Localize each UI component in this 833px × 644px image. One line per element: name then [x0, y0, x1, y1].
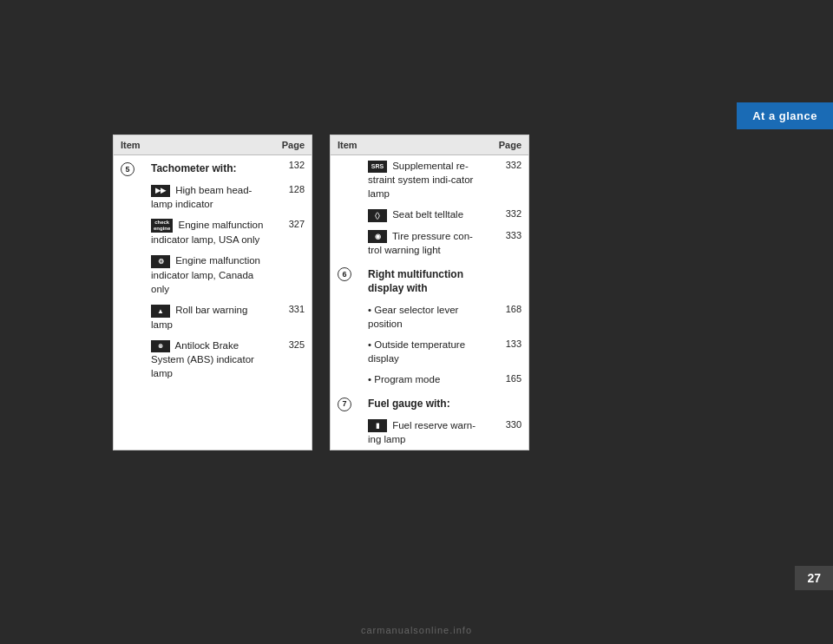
- page-ref: 332: [492, 155, 528, 205]
- section-tab: At a glance: [737, 102, 833, 129]
- section-label: Tachometer with:: [151, 162, 236, 174]
- bullet-item: Program mode: [361, 369, 492, 390]
- table-row: ⚙ Engine malfunction indicator lamp, Can…: [114, 250, 312, 299]
- page-ref: 332: [492, 204, 528, 226]
- bullet-item: Gear selector lever position: [361, 299, 492, 334]
- circle-number: 7: [338, 398, 351, 411]
- table-row: 〈〉 Seat belt telltale 332: [331, 204, 528, 226]
- page-number: 27: [795, 566, 833, 590]
- page-ref: 128: [275, 180, 312, 214]
- page-ref: 327: [275, 214, 312, 250]
- table-row: ◉ Tire pressure con-trol warning light 3…: [331, 226, 528, 261]
- table-row: Outside temperature display 133: [331, 334, 528, 369]
- table-row: checkengine Engine malfunction indicator…: [114, 214, 312, 250]
- watermark: carmanualsonline.info: [361, 625, 472, 635]
- table-row: Program mode 165: [331, 369, 528, 390]
- page-ref: 330: [492, 415, 528, 450]
- table-row: 6 Right multifunction display with: [331, 261, 528, 300]
- table-row: ▮ Fuel reserve warn-ing lamp 330: [331, 415, 528, 450]
- section-label: Right multifunction display with: [368, 268, 463, 295]
- section-tab-label: At a glance: [752, 109, 817, 122]
- right-table: Item Page SRS Supplemental re-straint sy…: [330, 135, 529, 450]
- page-ref: 132: [275, 155, 312, 180]
- page-ref: [275, 250, 312, 299]
- page-ref: 133: [492, 334, 528, 369]
- fuel-icon: ▮: [368, 419, 387, 432]
- section-label: Fuel gauge with:: [368, 398, 450, 410]
- circle-number: 5: [121, 162, 134, 176]
- left-table-page-header: Page: [275, 135, 312, 155]
- roll-bar-icon: ▲: [151, 305, 170, 318]
- page-ref: 168: [492, 299, 528, 334]
- page-ref: [492, 391, 528, 415]
- table-row: 5 Tachometer with: 132: [114, 155, 312, 180]
- circle-number: 6: [338, 267, 351, 281]
- bullet-item: Outside temperature display: [361, 334, 492, 369]
- page-ref: [492, 261, 528, 300]
- page-ref: 331: [275, 299, 312, 335]
- left-table: Item Page 5 Tachometer with: 132: [113, 135, 312, 450]
- tables-container: Item Page 5 Tachometer with: 132: [113, 135, 529, 450]
- right-table-page-header: Page: [492, 135, 528, 155]
- right-table-item-header: Item: [331, 135, 492, 155]
- table-row: SRS Supplemental re-straint system indi-…: [331, 155, 528, 205]
- check-engine-canada-icon: ⚙: [151, 255, 170, 268]
- left-table-item-header: Item: [114, 135, 275, 155]
- headlamp-icon: ▶▶: [151, 185, 170, 196]
- tire-pressure-icon: ◉: [368, 230, 387, 243]
- table-row: 7 Fuel gauge with:: [331, 391, 528, 415]
- seatbelt-icon: 〈〉: [368, 209, 387, 222]
- check-engine-usa-icon: checkengine: [151, 219, 173, 233]
- page-ref: 165: [492, 369, 528, 390]
- table-row: Gear selector lever position 168: [331, 299, 528, 334]
- table-row: ▲ Roll bar warning lamp 331: [114, 299, 312, 335]
- page-ref: 325: [275, 335, 312, 384]
- page-ref: 333: [492, 226, 528, 261]
- abs-icon: ⊗: [151, 340, 170, 352]
- table-row: ▶▶ High beam head-lamp indicator 128: [114, 180, 312, 214]
- table-row: ⊗ Antilock Brake System (ABS) indicator …: [114, 335, 312, 384]
- srs-icon: SRS: [368, 161, 387, 173]
